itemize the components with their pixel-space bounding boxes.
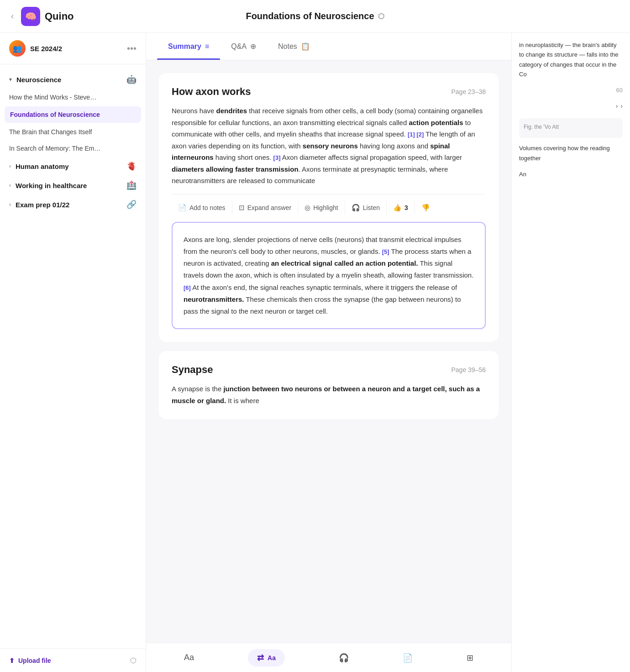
- category-icon: 🤖: [126, 74, 136, 84]
- section-synapse-title: Synapse: [172, 364, 213, 376]
- external-link-icon[interactable]: ⬡: [130, 656, 136, 665]
- listen-icon: 🎧: [352, 204, 360, 212]
- add-to-notes-button[interactable]: 📄 Add to notes: [172, 201, 232, 215]
- sidebar-item-foundations-neuroscience[interactable]: Foundations of Neuroscience: [5, 106, 141, 123]
- panel-arrow-up[interactable]: ›: [616, 101, 618, 111]
- expanded-answer-box: Axons are long, slender projections of n…: [172, 222, 486, 330]
- tab-summary-label: Summary: [168, 42, 201, 51]
- listen-button[interactable]: 🎧 Listen: [345, 201, 387, 215]
- tab-qa-label: Q&A: [231, 42, 247, 51]
- sidebar-section-neuroscience: ▾ Neuroscience 🤖 How the Mind Works - St…: [0, 64, 146, 220]
- tab-notes-label: Notes: [278, 42, 297, 51]
- like-count: 3: [404, 204, 408, 211]
- panel-arrow-down[interactable]: ›: [620, 101, 623, 111]
- healthcare-icon: 🏥: [126, 180, 136, 190]
- top-header: ‹ 🧠 Quino Foundations of Neuroscience ⬡: [0, 0, 630, 33]
- sidebar-footer: ⬆ Upload file ⬡: [0, 648, 146, 672]
- chevron-right-icon: ›: [9, 163, 11, 169]
- tab-summary-icon: ≡: [205, 42, 209, 51]
- action-bar: 📄 Add to notes ⊡ Expand answer ◎ Highlig…: [172, 194, 486, 215]
- sidebar-item-in-search-memory[interactable]: In Search of Memory: The Em…: [0, 140, 146, 157]
- tab-summary[interactable]: Summary ≡: [157, 33, 220, 60]
- sidebar-user: 👥 SE 2024/2: [9, 40, 62, 57]
- user-name: SE 2024/2: [30, 45, 62, 52]
- section-synapse: Synapse Page 39–56 A synapse is the junc…: [159, 351, 499, 419]
- avatar: 👥: [9, 40, 26, 57]
- sidebar-item-exam-prep[interactable]: › Exam prep 01/22 🔗: [0, 195, 146, 214]
- app-logo-icon: 🧠: [21, 7, 40, 26]
- chevron-right-icon: ›: [9, 201, 11, 208]
- chevron-right-icon: ›: [9, 182, 11, 189]
- sidebar: 👥 SE 2024/2 ••• ▾ Neuroscience 🤖 How the…: [0, 33, 146, 672]
- tab-notes-icon: 📋: [301, 42, 310, 51]
- document-title: Foundations of Neuroscience ⬡: [246, 11, 384, 21]
- more-options-button[interactable]: •••: [127, 43, 136, 54]
- sidebar-item-how-mind-works[interactable]: How the Mind Works - Steve…: [0, 89, 146, 105]
- font-icon: Aa: [184, 653, 194, 662]
- figure-label: Fig. the 'Vo Att: [524, 123, 618, 131]
- section-axon-pages: Page 23–38: [451, 88, 486, 95]
- category-label: Neuroscience: [16, 76, 61, 84]
- sidebar-item-working-healthcare[interactable]: › Working in healthcare 🏥: [0, 176, 146, 195]
- section-axon-body: Neurons have dendrites that receive sign…: [172, 105, 486, 187]
- sidebar-item-brain-changes[interactable]: The Brain that Changes Itself: [0, 124, 146, 140]
- sidebar-item-neuroscience[interactable]: ▾ Neuroscience 🤖: [0, 70, 146, 89]
- tab-notes[interactable]: Notes 📋: [267, 33, 321, 60]
- thumbs-down-icon: 👎: [421, 204, 430, 212]
- right-panel: in neuroplasticity — the brain's ability…: [511, 33, 630, 672]
- main-content: Summary ≡ Q&A ⊕ Notes 📋 How axon works P…: [146, 33, 511, 672]
- section-synapse-body: A synapse is the junction between two ne…: [172, 383, 486, 406]
- content-scroll: How axon works Page 23–38 Neurons have d…: [146, 60, 511, 643]
- upload-file-button[interactable]: ⬆ Upload file: [9, 657, 51, 664]
- subcategory-label: Exam prep 01/22: [16, 201, 69, 209]
- back-button[interactable]: ‹: [11, 11, 14, 21]
- main-layout: 👥 SE 2024/2 ••• ▾ Neuroscience 🤖 How the…: [0, 33, 630, 672]
- logo-area: ‹ 🧠 Quino: [11, 7, 74, 26]
- highlight-button[interactable]: ◎ Highlight: [298, 201, 345, 215]
- headphones-icon: 🎧: [339, 653, 349, 663]
- subcategory-label: Human anatomy: [16, 163, 69, 170]
- chapter-icon: ⇄: [257, 653, 264, 663]
- expand-answer-button[interactable]: ⊡ Expand answer: [232, 201, 299, 215]
- grid-button[interactable]: ⊞: [467, 653, 473, 663]
- section-synapse-pages: Page 39–56: [451, 366, 486, 373]
- section-synapse-header: Synapse Page 39–56: [172, 364, 486, 376]
- upload-icon: ⬆: [9, 657, 15, 664]
- sidebar-header: 👥 SE 2024/2 •••: [0, 33, 146, 64]
- app-name: Quino: [45, 10, 74, 22]
- sidebar-item-human-anatomy[interactable]: › Human anatomy 🫀: [0, 157, 146, 176]
- jump-to-chapter-button[interactable]: ⇄ Aa: [248, 649, 285, 667]
- chevron-down-icon: ▾: [9, 76, 12, 83]
- section-axon: How axon works Page 23–38 Neurons have d…: [159, 73, 499, 342]
- expand-icon: ⊡: [239, 204, 245, 212]
- content-tabs: Summary ≡ Q&A ⊕ Notes 📋: [146, 33, 511, 60]
- right-panel-figure: Fig. the 'Vo Att: [519, 118, 623, 138]
- tab-qa[interactable]: Q&A ⊕: [220, 33, 267, 60]
- section-axon-header: How axon works Page 23–38: [172, 86, 486, 98]
- section-axon-title: How axon works: [172, 86, 251, 98]
- audio-button[interactable]: 🎧: [339, 653, 349, 663]
- highlight-icon: ◎: [304, 204, 310, 212]
- human-anatomy-icon: 🫀: [126, 161, 136, 171]
- add-notes-icon: 📄: [178, 204, 187, 212]
- exam-icon: 🔗: [126, 200, 136, 210]
- right-panel-page-number: 60: [519, 86, 623, 95]
- subcategory-label: Working in healthcare: [16, 182, 87, 189]
- document-icon: 📄: [403, 653, 413, 663]
- thumbs-up-icon: 👍: [393, 204, 402, 212]
- right-panel-text-2: Volumes covering how the reading togethe…: [519, 143, 623, 163]
- right-panel-content: in neuroplasticity — the brain's ability…: [512, 33, 630, 672]
- tab-qa-icon: ⊕: [250, 42, 256, 51]
- dislike-button[interactable]: 👎: [415, 201, 436, 215]
- font-settings-button[interactable]: Aa: [184, 653, 194, 662]
- grid-icon: ⊞: [467, 653, 473, 663]
- document-button[interactable]: 📄: [403, 653, 413, 663]
- share-icon[interactable]: ⬡: [378, 12, 384, 21]
- right-panel-text-3: An: [519, 169, 623, 179]
- right-panel-text-1: in neuroplasticity — the brain's ability…: [519, 40, 623, 79]
- like-button[interactable]: 👍 3: [387, 201, 415, 215]
- bottom-bar: Aa ⇄ Aa 🎧 📄 ⊞: [146, 643, 511, 672]
